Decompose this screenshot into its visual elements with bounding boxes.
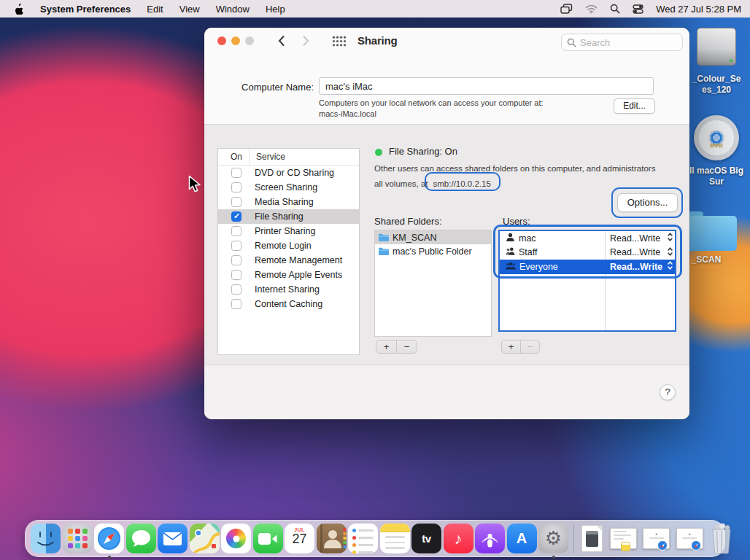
wifi-icon[interactable] (585, 4, 598, 14)
dock-mail-icon[interactable] (158, 524, 188, 553)
checkbox-checked[interactable] (231, 211, 241, 222)
running-indicator (108, 556, 111, 559)
dock-minimized-safari-window-2[interactable]: ● (676, 528, 703, 549)
users-label: Users: (503, 216, 530, 227)
dock-trash-icon[interactable] (709, 524, 734, 554)
checkbox[interactable] (231, 168, 241, 178)
window-title: Sharing (357, 34, 397, 47)
dock-photos-icon[interactable] (221, 524, 251, 553)
menu-app-name[interactable]: System Preferences (40, 4, 131, 15)
dock-minimized-safari-window[interactable]: ● (643, 528, 670, 549)
options-button[interactable]: Options... (617, 193, 678, 212)
window-switcher-icon[interactable] (560, 4, 573, 14)
dock-podcasts-icon[interactable] (475, 524, 505, 553)
checkbox[interactable] (231, 182, 241, 192)
dock-contacts-icon[interactable] (317, 524, 347, 553)
menu-edit[interactable]: Edit (147, 4, 163, 15)
dock-finder-icon[interactable] (31, 524, 61, 553)
column-header-on: On (218, 152, 249, 162)
checkbox[interactable] (231, 226, 241, 236)
divider (204, 124, 689, 125)
permission-dropdown[interactable]: Read...Write (605, 232, 675, 244)
service-row-remote-management[interactable]: Remote Management (218, 253, 359, 268)
service-row-printer-sharing[interactable]: Printer Sharing (218, 224, 359, 238)
user-row-mac[interactable]: mac Read...Write (500, 231, 675, 246)
service-row-screen-sharing[interactable]: Screen Sharing (218, 180, 359, 195)
help-button[interactable]: ? (660, 384, 676, 400)
menu-clock[interactable]: Wed 27 Jul 5:28 PM (656, 4, 741, 15)
column-header-service: Service (249, 149, 285, 165)
dock-maps-icon[interactable] (190, 524, 220, 553)
dock-messages-icon[interactable] (126, 524, 156, 553)
dock-minimized-notes-window[interactable] (610, 528, 637, 549)
computer-name-label: Computer Name: (219, 82, 314, 93)
computer-name-input[interactable] (319, 77, 654, 95)
back-button[interactable] (277, 35, 285, 50)
dock-divider (573, 524, 574, 553)
spotlight-icon[interactable] (610, 4, 620, 14)
service-row-file-sharing[interactable]: File Sharing (218, 209, 359, 224)
shared-folder-row-public-folder[interactable]: mac's Public Folder (375, 244, 491, 258)
hard-drive-label-line1: _Colour_Se (684, 74, 749, 85)
menu-help[interactable]: Help (266, 4, 285, 15)
apple-menu-icon[interactable] (15, 3, 24, 15)
dock-tv-icon[interactable]: tv (411, 524, 441, 553)
checkbox[interactable] (231, 197, 241, 207)
dock-system-preferences-icon[interactable]: ⚙ (538, 524, 568, 553)
permission-dropdown[interactable]: Read...Write (605, 246, 675, 259)
remove-user-button[interactable]: − (521, 341, 539, 353)
close-button[interactable] (217, 36, 226, 45)
dock-safari-icon[interactable] (94, 524, 124, 553)
menu-view[interactable]: View (179, 4, 200, 15)
desktop: { "menubar": { "app_name": "System Prefe… (0, 0, 750, 560)
desktop-icon-hard-drive[interactable]: _Colour_Se es_120 (684, 28, 749, 96)
search-input[interactable] (580, 37, 668, 48)
photos-pinwheel (226, 529, 246, 548)
service-row-remote-login[interactable]: Remote Login (218, 238, 359, 253)
service-row-dvd-cd-sharing[interactable]: DVD or CD Sharing (218, 166, 359, 180)
show-all-preferences-icon[interactable] (332, 36, 347, 50)
dock: JUL 27 tv ♪ A ⚙ ● ● (25, 520, 725, 557)
checkbox[interactable] (231, 255, 241, 265)
edit-button[interactable]: Edit... (614, 98, 655, 114)
dock-document-icon[interactable] (581, 525, 603, 552)
control-center-icon[interactable] (633, 4, 643, 14)
checkbox[interactable] (231, 241, 241, 251)
service-row-remote-apple-events[interactable]: Remote Apple Events (218, 268, 359, 282)
shared-folder-row-km-scan[interactable]: KM_SCAN (375, 230, 491, 244)
status-green-dot (375, 149, 382, 156)
sharing-window: Sharing Computer Name: Computers on your… (204, 28, 689, 419)
dvd-disc-icon: DVD (694, 115, 739, 160)
checkbox[interactable] (231, 270, 241, 280)
dock-calendar-icon[interactable]: JUL 27 (285, 524, 314, 553)
checkbox[interactable] (231, 284, 241, 295)
shared-folders-label: Shared Folders: (374, 216, 442, 227)
user-row-staff[interactable]: Staff Read...Write (500, 246, 675, 260)
search-icon (567, 38, 576, 47)
zoom-button[interactable] (245, 36, 254, 45)
notes-badge-icon (621, 542, 630, 551)
add-shared-folder-button[interactable]: + (376, 341, 396, 353)
mouse-cursor (188, 175, 201, 197)
smb-address-link[interactable]: smb://10.0.2.15 (428, 179, 491, 188)
service-row-media-sharing[interactable]: Media Sharing (218, 195, 359, 209)
dock-notes-icon[interactable] (380, 524, 410, 553)
search-field[interactable] (561, 34, 683, 51)
minimize-button[interactable] (231, 36, 240, 45)
permission-dropdown[interactable]: Read...Write (605, 260, 675, 273)
dock-appstore-icon[interactable]: A (507, 524, 537, 553)
checkbox[interactable] (231, 299, 241, 309)
dock-reminders-icon[interactable] (348, 524, 378, 553)
service-row-internet-sharing[interactable]: Internet Sharing (218, 282, 359, 297)
service-row-content-caching[interactable]: Content Caching (218, 297, 359, 311)
stepper-chevrons-icon (667, 232, 673, 244)
user-row-everyone[interactable]: Everyone Read...Write (500, 260, 675, 274)
dock-facetime-icon[interactable] (253, 524, 283, 553)
dock-launchpad-icon[interactable] (63, 524, 93, 553)
add-user-button[interactable]: + (502, 341, 520, 353)
desktop-icon-install-dvd[interactable]: DVD ll macOS Big Sur (683, 115, 750, 187)
forward-button[interactable] (302, 35, 310, 50)
menu-window[interactable]: Window (216, 4, 250, 15)
dock-music-icon[interactable]: ♪ (444, 524, 473, 553)
remove-shared-folder-button[interactable]: − (397, 341, 417, 353)
